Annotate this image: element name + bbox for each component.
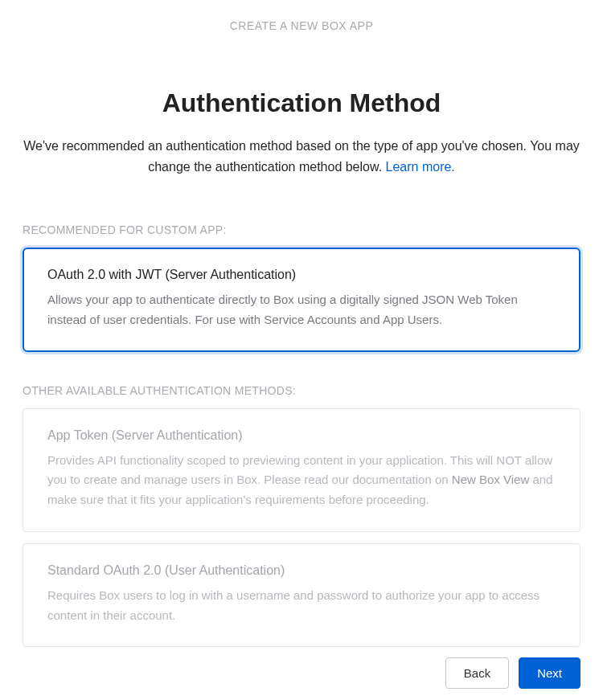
option-app-token-desc: Provides API functionality scoped to pre…: [47, 451, 556, 510]
back-button[interactable]: Back: [445, 657, 509, 689]
subtitle-text: We've recommended an authentication meth…: [23, 139, 580, 174]
option-app-token-title: App Token (Server Authentication): [47, 428, 556, 443]
option-jwt-desc: Allows your app to authenticate directly…: [47, 290, 556, 330]
option-jwt[interactable]: OAuth 2.0 with JWT (Server Authenticatio…: [23, 248, 580, 352]
option-jwt-title: OAuth 2.0 with JWT (Server Authenticatio…: [47, 268, 556, 282]
footer-actions: Back Next: [445, 657, 580, 689]
page-title: Authentication Method: [0, 88, 603, 118]
recommended-section-label: RECOMMENDED FOR CUSTOM APP:: [23, 223, 603, 236]
option-app-token[interactable]: App Token (Server Authentication) Provid…: [23, 408, 580, 532]
option-oauth[interactable]: Standard OAuth 2.0 (User Authentication)…: [23, 543, 580, 648]
header-label: CREATE A NEW BOX APP: [0, 0, 603, 32]
subtitle: We've recommended an authentication meth…: [0, 136, 603, 177]
other-section-label: OTHER AVAILABLE AUTHENTICATION METHODS:: [23, 384, 603, 397]
next-button[interactable]: Next: [519, 657, 580, 689]
new-box-view-link[interactable]: New Box View: [452, 473, 529, 486]
learn-more-link[interactable]: Learn more.: [386, 160, 455, 174]
option-oauth-desc: Requires Box users to log in with a user…: [47, 586, 556, 626]
option-oauth-title: Standard OAuth 2.0 (User Authentication): [47, 563, 556, 578]
